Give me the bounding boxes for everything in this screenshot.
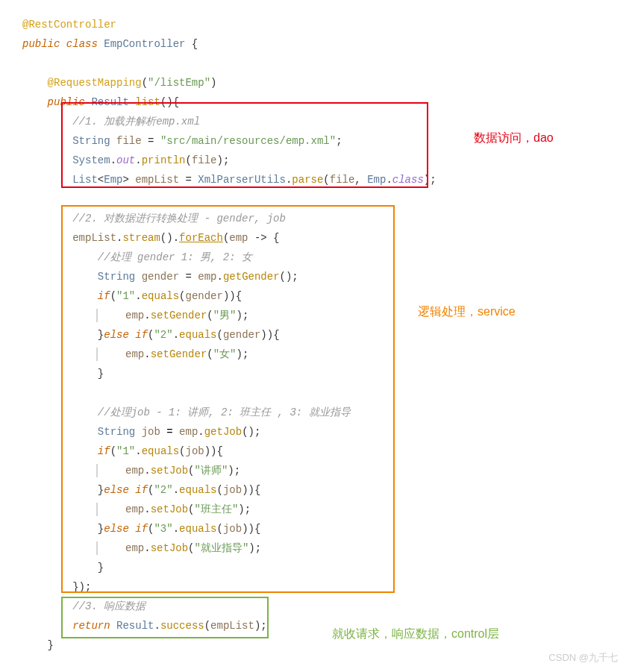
list-type: List <box>72 174 98 186</box>
code-editor: @RestController public class EmpControll… <box>22 15 622 655</box>
println: println <box>142 154 186 166</box>
semi: ; <box>336 135 342 147</box>
dao-label: 数据访问，dao <box>474 131 554 146</box>
system: System <box>72 154 110 166</box>
annotation: @RestController <box>22 19 116 31</box>
variable: empList <box>129 174 179 186</box>
comment: //处理job - 1: 讲师, 2: 班主任 , 3: 就业指导 <box>98 406 351 418</box>
paren: ( <box>142 77 148 89</box>
string-literal: "src/main/resources/emp.xml" <box>160 135 336 147</box>
keyword-class: class <box>66 38 98 50</box>
paren: ) <box>210 77 216 89</box>
util-class: XmlParserUtils <box>198 174 286 186</box>
watermark: CSDN @九千七 <box>548 651 618 665</box>
annotation-mapping: @RequestMapping <box>48 77 142 89</box>
keyword-public: public <box>48 96 85 108</box>
method-name: list <box>135 96 160 108</box>
variable: empList <box>72 232 116 244</box>
brace: { <box>185 38 198 50</box>
parse-method: parse <box>292 174 323 186</box>
type: String <box>72 135 110 147</box>
comment: //2. 对数据进行转换处理 - gender, job <box>72 213 286 224</box>
class-name: EmpController <box>104 38 185 50</box>
foreach: forEach <box>179 232 223 244</box>
arg: file <box>192 154 217 166</box>
service-label: 逻辑处理，service <box>418 304 516 320</box>
comment: //3. 响应数据 <box>72 600 145 612</box>
parens: (){ <box>160 96 179 108</box>
type: Result <box>91 96 128 108</box>
variable: file <box>116 135 142 147</box>
emp-type: Emp <box>104 174 122 186</box>
control-label: 就收请求，响应数据，control层 <box>332 627 499 642</box>
comment: //1. 加载并解析emp.xml <box>72 116 200 128</box>
keyword-public: public <box>22 38 60 50</box>
comment: //处理 gender 1: 男, 2: 女 <box>98 251 252 263</box>
string-literal: "/listEmp" <box>148 77 210 89</box>
out: out <box>116 154 135 166</box>
equals: = <box>142 135 160 147</box>
